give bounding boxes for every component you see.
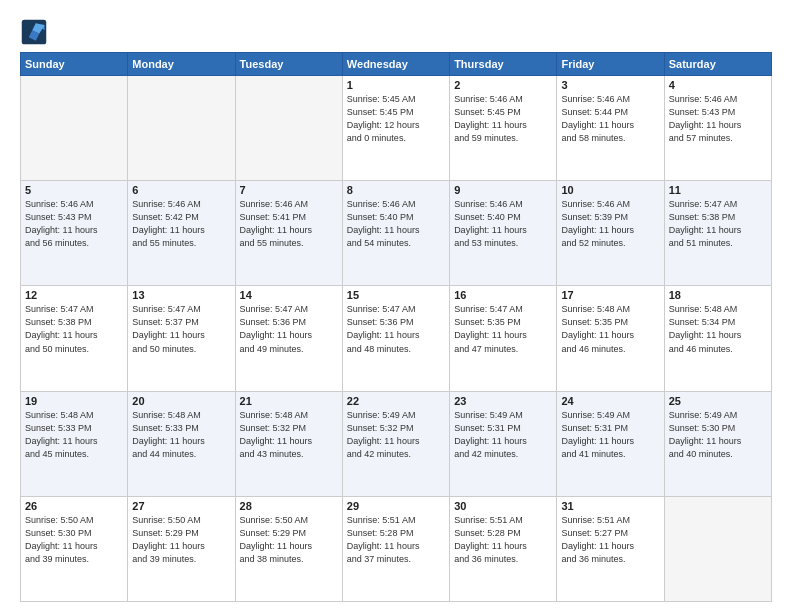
calendar-cell: 28Sunrise: 5:50 AM Sunset: 5:29 PM Dayli… — [235, 496, 342, 601]
day-number: 21 — [240, 395, 338, 407]
calendar-cell: 24Sunrise: 5:49 AM Sunset: 5:31 PM Dayli… — [557, 391, 664, 496]
weekday-header-friday: Friday — [557, 53, 664, 76]
calendar-week-row: 26Sunrise: 5:50 AM Sunset: 5:30 PM Dayli… — [21, 496, 772, 601]
day-number: 9 — [454, 184, 552, 196]
header — [20, 18, 772, 46]
calendar-cell: 31Sunrise: 5:51 AM Sunset: 5:27 PM Dayli… — [557, 496, 664, 601]
day-info: Sunrise: 5:49 AM Sunset: 5:31 PM Dayligh… — [561, 409, 659, 461]
calendar-cell: 6Sunrise: 5:46 AM Sunset: 5:42 PM Daylig… — [128, 181, 235, 286]
day-info: Sunrise: 5:46 AM Sunset: 5:42 PM Dayligh… — [132, 198, 230, 250]
day-info: Sunrise: 5:49 AM Sunset: 5:30 PM Dayligh… — [669, 409, 767, 461]
calendar-cell: 1Sunrise: 5:45 AM Sunset: 5:45 PM Daylig… — [342, 76, 449, 181]
calendar-cell: 23Sunrise: 5:49 AM Sunset: 5:31 PM Dayli… — [450, 391, 557, 496]
day-number: 31 — [561, 500, 659, 512]
weekday-header-tuesday: Tuesday — [235, 53, 342, 76]
day-info: Sunrise: 5:48 AM Sunset: 5:34 PM Dayligh… — [669, 303, 767, 355]
day-number: 29 — [347, 500, 445, 512]
day-number: 1 — [347, 79, 445, 91]
day-number: 6 — [132, 184, 230, 196]
day-info: Sunrise: 5:50 AM Sunset: 5:30 PM Dayligh… — [25, 514, 123, 566]
calendar-cell: 17Sunrise: 5:48 AM Sunset: 5:35 PM Dayli… — [557, 286, 664, 391]
calendar-cell: 11Sunrise: 5:47 AM Sunset: 5:38 PM Dayli… — [664, 181, 771, 286]
weekday-header-sunday: Sunday — [21, 53, 128, 76]
calendar-cell: 27Sunrise: 5:50 AM Sunset: 5:29 PM Dayli… — [128, 496, 235, 601]
day-number: 10 — [561, 184, 659, 196]
calendar-week-row: 12Sunrise: 5:47 AM Sunset: 5:38 PM Dayli… — [21, 286, 772, 391]
day-info: Sunrise: 5:46 AM Sunset: 5:43 PM Dayligh… — [25, 198, 123, 250]
day-number: 24 — [561, 395, 659, 407]
calendar-cell: 10Sunrise: 5:46 AM Sunset: 5:39 PM Dayli… — [557, 181, 664, 286]
calendar-cell: 18Sunrise: 5:48 AM Sunset: 5:34 PM Dayli… — [664, 286, 771, 391]
day-info: Sunrise: 5:47 AM Sunset: 5:36 PM Dayligh… — [240, 303, 338, 355]
day-info: Sunrise: 5:46 AM Sunset: 5:41 PM Dayligh… — [240, 198, 338, 250]
day-info: Sunrise: 5:46 AM Sunset: 5:39 PM Dayligh… — [561, 198, 659, 250]
calendar-cell: 21Sunrise: 5:48 AM Sunset: 5:32 PM Dayli… — [235, 391, 342, 496]
day-number: 27 — [132, 500, 230, 512]
day-number: 20 — [132, 395, 230, 407]
calendar-cell: 2Sunrise: 5:46 AM Sunset: 5:45 PM Daylig… — [450, 76, 557, 181]
calendar-table: SundayMondayTuesdayWednesdayThursdayFrid… — [20, 52, 772, 602]
calendar-cell: 8Sunrise: 5:46 AM Sunset: 5:40 PM Daylig… — [342, 181, 449, 286]
day-info: Sunrise: 5:50 AM Sunset: 5:29 PM Dayligh… — [240, 514, 338, 566]
calendar-header-row: SundayMondayTuesdayWednesdayThursdayFrid… — [21, 53, 772, 76]
calendar-cell: 4Sunrise: 5:46 AM Sunset: 5:43 PM Daylig… — [664, 76, 771, 181]
logo-icon — [20, 18, 48, 46]
calendar-cell: 25Sunrise: 5:49 AM Sunset: 5:30 PM Dayli… — [664, 391, 771, 496]
day-info: Sunrise: 5:47 AM Sunset: 5:35 PM Dayligh… — [454, 303, 552, 355]
calendar-cell — [664, 496, 771, 601]
day-number: 23 — [454, 395, 552, 407]
calendar-cell: 20Sunrise: 5:48 AM Sunset: 5:33 PM Dayli… — [128, 391, 235, 496]
day-info: Sunrise: 5:49 AM Sunset: 5:31 PM Dayligh… — [454, 409, 552, 461]
day-info: Sunrise: 5:48 AM Sunset: 5:33 PM Dayligh… — [132, 409, 230, 461]
day-info: Sunrise: 5:47 AM Sunset: 5:38 PM Dayligh… — [669, 198, 767, 250]
day-number: 17 — [561, 289, 659, 301]
day-info: Sunrise: 5:49 AM Sunset: 5:32 PM Dayligh… — [347, 409, 445, 461]
calendar-cell: 5Sunrise: 5:46 AM Sunset: 5:43 PM Daylig… — [21, 181, 128, 286]
calendar-cell: 15Sunrise: 5:47 AM Sunset: 5:36 PM Dayli… — [342, 286, 449, 391]
day-info: Sunrise: 5:47 AM Sunset: 5:36 PM Dayligh… — [347, 303, 445, 355]
page: SundayMondayTuesdayWednesdayThursdayFrid… — [0, 0, 792, 612]
calendar-cell: 22Sunrise: 5:49 AM Sunset: 5:32 PM Dayli… — [342, 391, 449, 496]
day-number: 22 — [347, 395, 445, 407]
day-number: 2 — [454, 79, 552, 91]
day-info: Sunrise: 5:47 AM Sunset: 5:38 PM Dayligh… — [25, 303, 123, 355]
calendar-cell: 16Sunrise: 5:47 AM Sunset: 5:35 PM Dayli… — [450, 286, 557, 391]
day-info: Sunrise: 5:48 AM Sunset: 5:35 PM Dayligh… — [561, 303, 659, 355]
day-info: Sunrise: 5:51 AM Sunset: 5:27 PM Dayligh… — [561, 514, 659, 566]
calendar-cell: 9Sunrise: 5:46 AM Sunset: 5:40 PM Daylig… — [450, 181, 557, 286]
day-info: Sunrise: 5:48 AM Sunset: 5:32 PM Dayligh… — [240, 409, 338, 461]
day-info: Sunrise: 5:46 AM Sunset: 5:43 PM Dayligh… — [669, 93, 767, 145]
day-number: 13 — [132, 289, 230, 301]
weekday-header-wednesday: Wednesday — [342, 53, 449, 76]
calendar-cell: 14Sunrise: 5:47 AM Sunset: 5:36 PM Dayli… — [235, 286, 342, 391]
day-info: Sunrise: 5:51 AM Sunset: 5:28 PM Dayligh… — [347, 514, 445, 566]
day-info: Sunrise: 5:46 AM Sunset: 5:40 PM Dayligh… — [454, 198, 552, 250]
calendar-cell: 26Sunrise: 5:50 AM Sunset: 5:30 PM Dayli… — [21, 496, 128, 601]
day-number: 28 — [240, 500, 338, 512]
day-number: 3 — [561, 79, 659, 91]
calendar-cell: 3Sunrise: 5:46 AM Sunset: 5:44 PM Daylig… — [557, 76, 664, 181]
day-number: 26 — [25, 500, 123, 512]
calendar-cell — [21, 76, 128, 181]
day-number: 12 — [25, 289, 123, 301]
weekday-header-thursday: Thursday — [450, 53, 557, 76]
day-number: 11 — [669, 184, 767, 196]
weekday-header-monday: Monday — [128, 53, 235, 76]
calendar-week-row: 1Sunrise: 5:45 AM Sunset: 5:45 PM Daylig… — [21, 76, 772, 181]
day-info: Sunrise: 5:51 AM Sunset: 5:28 PM Dayligh… — [454, 514, 552, 566]
day-info: Sunrise: 5:46 AM Sunset: 5:40 PM Dayligh… — [347, 198, 445, 250]
day-info: Sunrise: 5:45 AM Sunset: 5:45 PM Dayligh… — [347, 93, 445, 145]
day-number: 15 — [347, 289, 445, 301]
calendar-cell: 30Sunrise: 5:51 AM Sunset: 5:28 PM Dayli… — [450, 496, 557, 601]
day-number: 14 — [240, 289, 338, 301]
logo — [20, 18, 52, 46]
day-info: Sunrise: 5:47 AM Sunset: 5:37 PM Dayligh… — [132, 303, 230, 355]
day-number: 25 — [669, 395, 767, 407]
day-number: 16 — [454, 289, 552, 301]
day-number: 5 — [25, 184, 123, 196]
day-number: 19 — [25, 395, 123, 407]
day-info: Sunrise: 5:46 AM Sunset: 5:45 PM Dayligh… — [454, 93, 552, 145]
day-number: 18 — [669, 289, 767, 301]
day-number: 8 — [347, 184, 445, 196]
calendar-week-row: 5Sunrise: 5:46 AM Sunset: 5:43 PM Daylig… — [21, 181, 772, 286]
